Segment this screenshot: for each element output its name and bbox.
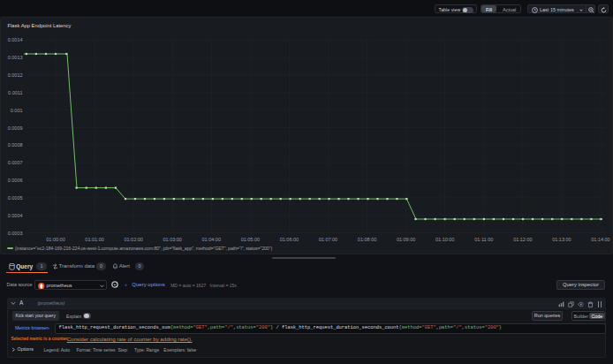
- svg-text:01:02:00: 01:02:00: [124, 237, 142, 242]
- svg-text:01:12:00: 01:12:00: [513, 237, 532, 242]
- svg-text:0.0009: 0.0009: [8, 125, 23, 131]
- svg-text:0.001: 0.001: [11, 108, 23, 113]
- svg-text:0.0006: 0.0006: [8, 178, 23, 183]
- svg-text:0.0004: 0.0004: [8, 213, 23, 218]
- svg-text:0.0011: 0.0011: [8, 90, 22, 95]
- svg-text:01:04:00: 01:04:00: [202, 237, 221, 242]
- svg-text:01:05:00: 01:05:00: [241, 237, 260, 242]
- svg-text:01:09:00: 01:09:00: [397, 237, 415, 242]
- svg-text:01:08:00: 01:08:00: [358, 237, 376, 242]
- svg-text:0.0012: 0.0012: [8, 72, 23, 78]
- svg-text:0.0003: 0.0003: [8, 231, 23, 236]
- svg-text:0.0005: 0.0005: [8, 195, 23, 201]
- svg-text:01:11:00: 01:11:00: [474, 237, 493, 242]
- svg-text:01:03:00: 01:03:00: [163, 237, 181, 242]
- svg-text:01:10:00: 01:10:00: [435, 237, 454, 242]
- svg-text:01:13:00: 01:13:00: [552, 237, 571, 242]
- svg-text:0.0007: 0.0007: [8, 160, 23, 165]
- svg-text:01:06:00: 01:06:00: [280, 237, 299, 242]
- svg-text:01:00:00: 01:00:00: [46, 237, 64, 242]
- svg-text:0.0014: 0.0014: [8, 37, 23, 42]
- svg-text:01:01:00: 01:01:00: [85, 237, 103, 242]
- svg-text:01:14:00: 01:14:00: [591, 237, 609, 242]
- svg-text:0.0008: 0.0008: [8, 142, 23, 148]
- svg-text:01:07:00: 01:07:00: [319, 237, 337, 242]
- svg-text:0.0013: 0.0013: [8, 55, 23, 60]
